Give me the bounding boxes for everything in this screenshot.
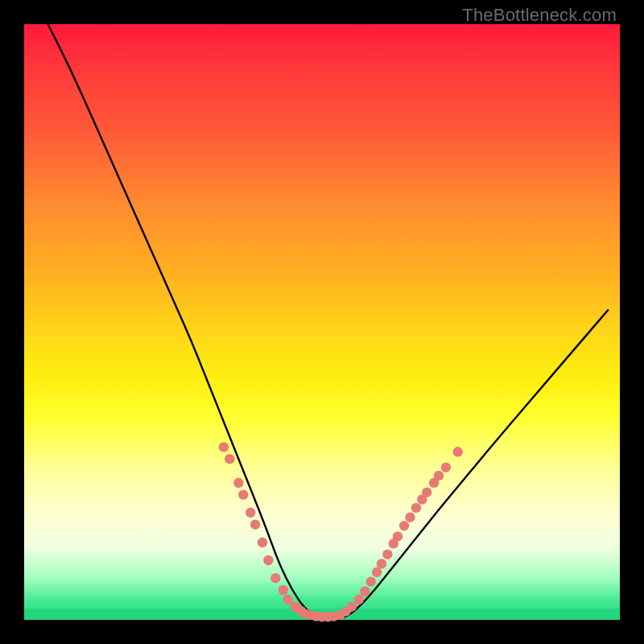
highlight-dot	[250, 519, 260, 529]
highlight-dot	[233, 478, 243, 488]
highlight-dot	[279, 585, 288, 595]
highlight-dot	[405, 513, 415, 522]
highlight-dot	[366, 576, 376, 586]
highlight-dot	[270, 573, 280, 583]
watermark-text: TheBottleneck.com	[462, 5, 617, 26]
highlight-dot	[372, 568, 382, 577]
highlight-dot	[360, 586, 369, 596]
highlight-dot	[434, 471, 444, 481]
highlight-dot	[283, 595, 293, 605]
chart-frame: TheBottleneck.com	[0, 0, 644, 644]
highlight-dot	[411, 503, 421, 513]
highlight-dot	[422, 487, 431, 497]
highlight-dot	[238, 489, 248, 499]
highlight-dot	[399, 521, 409, 530]
highlight-dots-group	[219, 442, 463, 621]
highlight-dot	[382, 549, 392, 559]
bottleneck-curve-svg	[24, 24, 620, 620]
highlight-dot	[441, 462, 451, 472]
highlight-dot	[263, 555, 273, 565]
highlight-dot	[354, 595, 364, 605]
highlight-dot	[219, 442, 229, 452]
highlight-dot	[246, 508, 255, 518]
bottleneck-curve	[48, 24, 609, 619]
highlight-dot	[377, 559, 386, 568]
highlight-dot	[258, 538, 267, 547]
highlight-dot	[225, 454, 234, 464]
plot-area	[24, 24, 620, 620]
highlight-dot	[393, 531, 402, 541]
highlight-dot	[347, 602, 357, 612]
highlight-dot	[453, 447, 463, 456]
